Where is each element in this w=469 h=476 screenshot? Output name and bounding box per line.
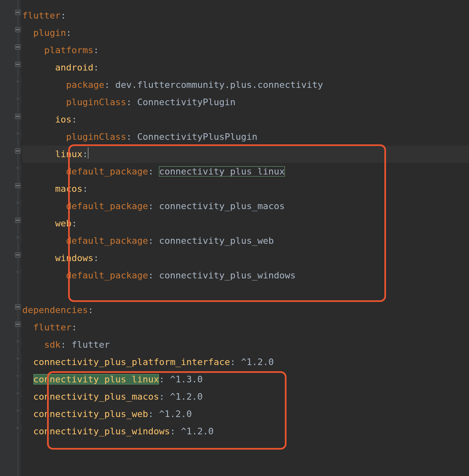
code-line[interactable]: flutter:: [22, 319, 469, 336]
colon: :: [170, 426, 175, 436]
code-line[interactable]: ios:: [22, 111, 469, 128]
text-caret: [88, 147, 88, 159]
yaml-key: connectivity_plus_windows: [33, 426, 170, 436]
colon: :: [126, 97, 132, 107]
yaml-value: connectivity_plus_macos: [159, 201, 285, 211]
code-line[interactable]: connectivity_plus_macos: ^1.2.0: [22, 388, 469, 405]
colon: :: [88, 305, 93, 315]
yaml-key: pluginClass: [66, 132, 126, 142]
yaml-value: ^1.2.0: [241, 357, 274, 367]
code-line[interactable]: linux:: [22, 146, 469, 163]
yaml-key: ios: [55, 114, 71, 125]
code-line[interactable]: android:: [22, 59, 469, 76]
yaml-key: windows: [55, 253, 93, 263]
code-line[interactable]: package: dev.fluttercommunity.plus.conne…: [22, 76, 469, 94]
colon: :: [159, 374, 164, 384]
code-line[interactable]: sdk: flutter: [22, 336, 469, 353]
colon: :: [61, 339, 66, 350]
yaml-key: flutter: [22, 10, 61, 21]
colon: :: [93, 45, 99, 55]
yaml-key: macos: [55, 184, 82, 194]
gutter: [0, 0, 21, 476]
yaml-key: plugin: [33, 28, 66, 38]
yaml-value: dev.fluttercommunity.plus.connectivity: [115, 80, 323, 90]
code-line[interactable]: default_package: connectivity_plus_windo…: [22, 267, 469, 284]
yaml-key: web: [55, 218, 71, 229]
code-editor[interactable]: flutter: plugin: platforms: android: pac…: [0, 0, 469, 476]
yaml-key: default_package: [66, 201, 148, 211]
yaml-key: default_package: [66, 270, 148, 280]
yaml-key: flutter: [33, 322, 72, 332]
code-line[interactable]: windows:: [22, 250, 469, 267]
code-line[interactable]: connectivity_plus_web: ^1.2.0: [22, 405, 469, 423]
code-line[interactable]: connectivity_plus_windows: ^1.2.0: [22, 423, 469, 440]
yaml-value: connectivity_plus_linux: [159, 166, 285, 177]
yaml-key: sdk: [44, 339, 61, 350]
colon: :: [159, 391, 164, 402]
yaml-key: android: [55, 62, 93, 73]
yaml-key: package: [66, 80, 104, 90]
yaml-value: ^1.2.0: [170, 391, 203, 402]
yaml-value: connectivity_plus_windows: [159, 270, 296, 280]
code-line[interactable]: default_package: connectivity_plus_macos: [22, 198, 469, 215]
colon: :: [71, 322, 77, 332]
colon: :: [148, 236, 154, 246]
colon: :: [83, 149, 88, 159]
colon: :: [104, 80, 110, 90]
code-line[interactable]: pluginClass: ConnectivityPlugin: [22, 94, 469, 111]
colon: :: [126, 132, 132, 142]
colon: :: [148, 201, 154, 211]
colon: :: [148, 166, 154, 177]
code-line[interactable]: pluginClass: ConnectivityPlusPlugin: [22, 128, 469, 146]
code-line[interactable]: platforms:: [22, 42, 469, 59]
yaml-key: connectivity_plus_web: [33, 409, 148, 419]
code-line[interactable]: connectivity_plus_platform_interface: ^1…: [22, 353, 469, 371]
colon: :: [148, 409, 154, 419]
yaml-value: ^1.3.0: [170, 374, 203, 384]
colon: :: [93, 62, 99, 73]
yaml-value: ^1.2.0: [181, 426, 213, 436]
colon: :: [61, 10, 66, 21]
colon: :: [93, 253, 99, 263]
yaml-value: ConnectivityPlusPlugin: [137, 132, 257, 142]
yaml-key: pluginClass: [66, 97, 126, 107]
code-line[interactable]: macos:: [22, 180, 469, 198]
yaml-key: dependencies: [22, 305, 88, 315]
colon: :: [66, 28, 71, 38]
yaml-key: default_package: [66, 236, 148, 246]
code-area[interactable]: flutter: plugin: platforms: android: pac…: [21, 0, 469, 476]
code-line[interactable]: web:: [22, 215, 469, 232]
yaml-value: flutter: [71, 339, 110, 350]
code-line[interactable]: plugin:: [22, 24, 469, 42]
code-line[interactable]: [22, 284, 469, 302]
code-line[interactable]: default_package: connectivity_plus_linux: [22, 163, 469, 180]
yaml-key: default_package: [66, 166, 148, 177]
colon: :: [83, 184, 88, 194]
yaml-key: connectivity_plus_macos: [33, 391, 159, 402]
code-line[interactable]: default_package: connectivity_plus_web: [22, 232, 469, 250]
code-line[interactable]: flutter:: [22, 0, 469, 24]
colon: :: [71, 114, 77, 125]
yaml-value: ^1.2.0: [159, 409, 192, 419]
code-line[interactable]: dependencies:: [22, 302, 469, 319]
colon: :: [71, 218, 77, 229]
yaml-key: connectivity_plus_platform_interface: [33, 357, 230, 367]
yaml-key: platforms: [44, 45, 93, 55]
colon: :: [230, 357, 235, 367]
yaml-value: ConnectivityPlugin: [137, 97, 235, 107]
yaml-value: connectivity_plus_web: [159, 236, 274, 246]
code-line[interactable]: connectivity_plus_linux: ^1.3.0: [22, 371, 469, 388]
yaml-key: connectivity_plus_linux: [33, 374, 159, 384]
colon: :: [148, 270, 154, 280]
yaml-key: linux: [55, 149, 82, 159]
